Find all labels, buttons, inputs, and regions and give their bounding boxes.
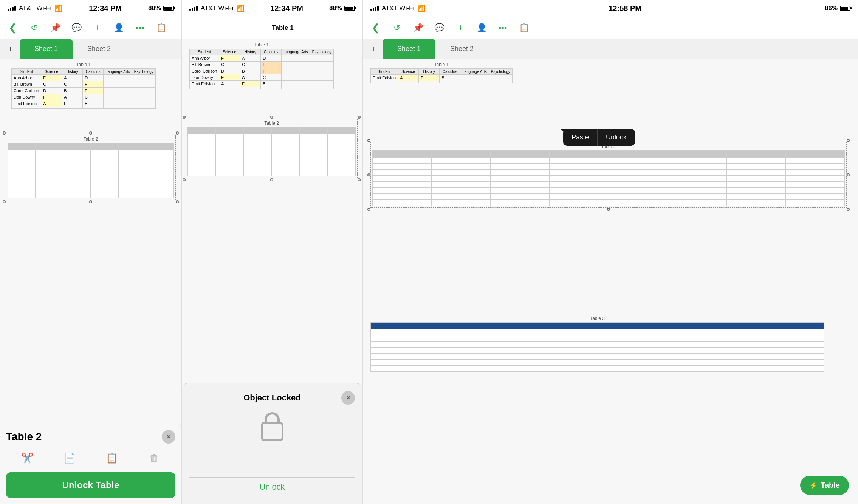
handle-bl[interactable] [3,200,6,203]
cell[interactable]: F [41,94,62,100]
cell[interactable] [460,81,489,83]
cell[interactable] [12,107,41,109]
cell[interactable]: F [261,68,282,74]
cell[interactable] [132,88,155,94]
cell[interactable] [104,88,132,94]
cell[interactable] [371,81,398,83]
cell[interactable] [440,81,460,83]
cell[interactable]: F [83,88,104,94]
handle-mr-3[interactable] [847,173,850,176]
cell[interactable] [310,55,333,62]
handle-br-3[interactable] [847,208,850,211]
cell[interactable] [310,81,333,87]
cell[interactable] [460,75,489,81]
close-context-panel-button[interactable]: ✕ [162,430,175,444]
back-button-3[interactable]: ❮ [369,21,383,35]
cell[interactable]: Carol Carlson [12,88,41,94]
pin-button-1[interactable]: 📌 [48,21,62,35]
cell[interactable]: B [240,68,261,74]
cell[interactable]: F [261,62,282,68]
delete-action-button[interactable]: 🗑 [146,450,163,466]
cell[interactable] [240,87,261,89]
cell[interactable] [104,75,132,81]
sheet-tab-1-active[interactable]: Sheet 1 [20,39,73,59]
cell[interactable]: A [219,81,240,87]
cell[interactable]: A [398,75,419,81]
handle-tr-3[interactable] [847,139,850,142]
cell[interactable]: F [240,81,261,87]
cell[interactable]: B [83,100,104,107]
user-button-1[interactable]: 👤 [112,21,125,35]
cell[interactable] [261,87,282,89]
copy-action-button[interactable]: 📄 [61,450,78,466]
cell[interactable]: Ann Arbor [190,55,219,62]
cell[interactable] [219,87,240,89]
cell[interactable]: A [41,100,62,107]
add-sheet-button-1[interactable]: + [5,43,17,55]
handle-br[interactable] [176,200,179,203]
cell[interactable] [282,68,310,74]
doc-button-1[interactable]: 📋 [154,21,168,35]
comment-button-1[interactable]: 💬 [70,21,83,35]
paste-action-button[interactable]: 📋 [104,450,120,466]
add-button-1[interactable]: + [91,21,104,35]
cell[interactable] [104,107,132,109]
cell[interactable]: A [62,94,83,100]
cell[interactable]: D [219,68,240,74]
cell[interactable] [282,55,310,62]
cell[interactable]: F [62,100,83,107]
handle-tr[interactable] [176,131,179,135]
cell[interactable]: Bill Brown [190,62,219,68]
cell[interactable] [282,87,310,89]
cell[interactable]: F [219,55,240,62]
cell[interactable]: F [219,74,240,81]
cell[interactable]: Don Downy [12,94,41,100]
cell[interactable]: Ann Arbor [12,75,41,81]
cell[interactable]: B [62,88,83,94]
cell[interactable]: A [240,55,261,62]
unlock-from-dialog-button[interactable]: Unlock [189,477,355,496]
table-fab-button[interactable]: ⚡ Table [800,476,849,495]
cell[interactable] [310,62,333,68]
cell[interactable] [104,100,132,107]
cell[interactable]: Emit Edision [190,81,219,87]
back-button-1[interactable]: ❮ [6,21,20,35]
cell[interactable] [132,75,155,81]
more-button-1[interactable]: ••• [133,21,147,35]
handle-ml-3[interactable] [367,173,370,176]
handle-tl-3[interactable] [367,139,370,142]
cell[interactable] [489,81,512,83]
handle-tr-2[interactable] [358,116,361,119]
cell[interactable]: C [219,62,240,68]
cell[interactable] [310,87,333,89]
handle-tc[interactable] [89,131,92,135]
handle-tc-2[interactable] [270,116,273,119]
cell[interactable]: B [261,81,282,87]
cell[interactable]: A [62,75,83,81]
handle-bc-3[interactable] [607,208,610,211]
cell[interactable]: F [419,75,440,81]
cell[interactable]: B [440,75,460,81]
handle-bc[interactable] [89,200,92,203]
comment-button-3[interactable]: 💬 [432,21,446,35]
handle-bc-2[interactable] [270,178,273,181]
cell[interactable]: Bill Brown [12,81,41,88]
unlock-popup-button[interactable]: Unlock [597,129,635,146]
cell[interactable] [132,81,155,88]
cell[interactable] [41,107,62,109]
paste-popup-button[interactable]: Paste [563,129,597,146]
cell[interactable]: Emit Edision [371,75,398,81]
handle-bl-2[interactable] [183,178,186,181]
cell[interactable] [489,75,512,81]
cell[interactable]: C [261,74,282,81]
sheet-tab-3-active[interactable]: Sheet 1 [383,39,435,59]
cell[interactable] [83,107,104,109]
cell[interactable] [398,81,419,83]
doc-button-3[interactable]: 📋 [517,21,531,35]
cell[interactable]: Don Downy [190,74,219,81]
handle-bl-3[interactable] [367,208,370,211]
cell[interactable]: F [41,75,62,81]
cell[interactable]: A [240,74,261,81]
user-button-3[interactable]: 👤 [475,21,488,35]
handle-br-2[interactable] [358,178,361,181]
